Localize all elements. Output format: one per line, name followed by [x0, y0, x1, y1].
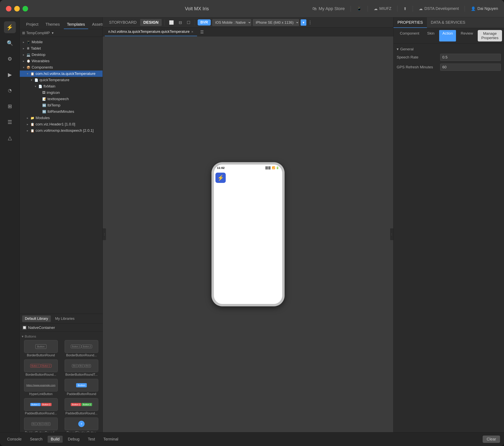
manage-properties-button[interactable]: Manage Properties	[478, 30, 502, 41]
device-select[interactable]: iPhone SE (640 x 1136)	[253, 19, 299, 26]
view-code-button[interactable]: ☐	[185, 19, 192, 26]
sidebar-item-settings[interactable]: ⚙	[4, 53, 16, 65]
sidebar-item-search[interactable]: 🔍	[4, 37, 16, 49]
sidebar-item-run[interactable]: ▶	[4, 69, 16, 81]
tree-item-flx-main[interactable]: ▾ 📄 flxMain	[20, 83, 103, 89]
tree-item-desktop[interactable]: ▸ 💻 Desktop	[20, 51, 103, 58]
tree-item-quick-temp[interactable]: ▾ 📄 quickTemperature	[20, 77, 103, 83]
tree-item-tts[interactable]: 📝 texttospeech	[20, 96, 103, 102]
tab-component[interactable]: Component	[397, 30, 422, 41]
tablet-icon-button[interactable]: 📱	[357, 6, 362, 11]
tab-properties[interactable]: PROPERTIES	[394, 17, 427, 28]
components-icon: ⊞	[8, 103, 12, 109]
list-item[interactable]: Btn1 Btn2 Btn3 BorderButtonRoundT...	[62, 360, 101, 377]
tree-item-wearables[interactable]: ▸ ⌚ Wearables	[20, 58, 103, 64]
device-dropdown-button[interactable]: ▾	[301, 19, 306, 26]
component-preview: Button 1 Button 2	[65, 340, 98, 353]
platform-select[interactable]: iOS Mobile : Native	[212, 19, 251, 26]
mobile-icon: 📱	[26, 40, 30, 44]
bottom-tab-search[interactable]: Search	[27, 436, 45, 443]
bottom-tab-debug[interactable]: Debug	[65, 436, 83, 443]
view-split-button[interactable]: ⊟	[177, 19, 184, 26]
tab-action[interactable]: Action	[439, 30, 456, 41]
view-single-button[interactable]: ⬜	[167, 19, 176, 26]
tab-menu-button[interactable]: ☰	[199, 29, 205, 35]
sidebar-item-mountain[interactable]: △	[4, 132, 16, 144]
list-item[interactable]: Button 1 Button 2 BorderButtonRound...	[62, 340, 101, 357]
tab-templates[interactable]: Templates	[64, 20, 88, 29]
bottom-tab-console[interactable]: Console	[4, 436, 25, 443]
tree-item-components[interactable]: ▾ 📦 Components	[20, 64, 103, 70]
clear-button[interactable]: Clear	[483, 436, 500, 443]
list-item[interactable]: Button 1 Button 2 BorderButtonRound...	[22, 360, 60, 377]
miufz-button[interactable]: ☁ MIUFZ	[374, 6, 391, 11]
divider	[164, 19, 165, 25]
sidebar-item-metrics[interactable]: ◔	[4, 85, 16, 96]
preview-button: Btn2	[78, 364, 85, 368]
sidebar-item-logo[interactable]: ⚡	[4, 21, 16, 33]
list-item[interactable]: Button 1 Button 2 PaddedButtonRound...	[62, 398, 101, 415]
bottom-tab-terminal[interactable]: Terminal	[100, 436, 122, 443]
sidebar-item-list[interactable]: ☰	[4, 116, 16, 128]
tab-data-services[interactable]: DATA & SERVICES	[427, 17, 469, 28]
native-container-item[interactable]: 🔲 NativeContainer	[20, 324, 103, 332]
tree-item-tablet[interactable]: ▸ 🖥 Tablet	[20, 45, 103, 51]
tree-item-mobile[interactable]: ▸ 📱 Mobile	[20, 39, 103, 45]
tree-item-com-hcl[interactable]: ▾ 📋 com.hcl.voltmx.ta.quickTemperature	[20, 70, 103, 77]
tab-project[interactable]: Project	[23, 20, 41, 29]
sidebar-item-components[interactable]: ⊞	[4, 100, 16, 112]
dsta-button[interactable]: ☁ DSTA Development	[419, 6, 459, 11]
toggle-icon: ▸	[27, 129, 30, 132]
prop-component-tabs: Component Skin Action Review Manage Prop…	[394, 28, 504, 44]
user-menu[interactable]: 👤 Dai Nguyen	[471, 6, 498, 11]
tab-storyboard[interactable]: STORYBOARD	[106, 19, 140, 26]
preview-button: Btn1	[72, 364, 78, 368]
tab-design[interactable]: DESIGN	[140, 19, 162, 26]
tree-item-lbl-reset[interactable]: 🔤 lblResetMinutes	[20, 108, 103, 115]
minimize-button[interactable]	[14, 6, 20, 11]
buttons-section-title: ▾ Buttons	[22, 334, 101, 340]
tree-item-modules[interactable]: ▸ 📁 Modules	[20, 115, 103, 121]
more-options-button[interactable]: ⋮	[308, 20, 312, 25]
list-item[interactable]: https://www.example.com HyperLinkButton	[22, 379, 60, 396]
list-item[interactable]: Button 1 Button 2 PaddedButtonRound...	[22, 398, 60, 415]
general-section-header[interactable]: ▾ General	[397, 47, 501, 51]
prop-input-speech-rate[interactable]	[440, 54, 501, 61]
list-item[interactable]: Button BorderButtonRound	[22, 340, 60, 357]
list-item[interactable]: + RoundFloatingButton	[62, 418, 101, 432]
close-button[interactable]	[6, 6, 11, 11]
tab-themes[interactable]: Themes	[42, 20, 63, 29]
tab-review[interactable]: Review	[458, 30, 476, 41]
separator2	[368, 6, 368, 12]
right-collapse-handle[interactable]: ⋮	[390, 228, 393, 240]
library-tab-default[interactable]: Default Library	[22, 315, 51, 322]
tree-item-img-icon[interactable]: 🖼 imgIcon	[20, 89, 103, 96]
section-label: General	[400, 47, 414, 51]
file-tab-active[interactable]: n.hcl.voltmx.ta.quickTemperature.quickTe…	[105, 28, 197, 36]
upload-button[interactable]: ⬆	[403, 6, 407, 11]
bottom-tab-test[interactable]: Test	[85, 436, 98, 443]
bvr-button[interactable]: BVR	[198, 19, 211, 25]
tree-item-com-voltmxmp[interactable]: ▸ 📋 com.voltmxmp.texttospeech [2.0.1]	[20, 127, 103, 134]
tree-item-com-viz[interactable]: ▸ 📋 com.viz.Header1 [1.0.0]	[20, 121, 103, 127]
toolbar-tabs: STORYBOARD DESIGN	[106, 19, 162, 26]
label2-icon: 🔤	[42, 110, 46, 114]
app-store-button[interactable]: 🛍 My App Store	[312, 6, 345, 11]
list-item[interactable]: Btn1 Btn2 Btn3 PaddedButtonRound...	[22, 418, 60, 432]
prop-input-gps[interactable]	[440, 64, 501, 71]
preview-button: Btn2	[38, 422, 44, 426]
tree-view: ▸ 📱 Mobile ▸ 🖥 Tablet ▸ 💻 Desktop	[20, 37, 103, 314]
tab-skin[interactable]: Skin	[424, 30, 438, 41]
close-tab-icon[interactable]: ✕	[191, 30, 194, 33]
run-icon: ▶	[8, 72, 12, 78]
left-collapse-handle[interactable]: ⋮	[103, 228, 106, 240]
mountain-icon: △	[8, 135, 12, 141]
library-tab-my[interactable]: My Libraries	[52, 315, 77, 322]
component-preview: Button 1 Button 2	[24, 398, 58, 411]
dropdown-icon: ▾	[52, 31, 54, 35]
tree-item-lbl-temp[interactable]: 🔤 lblTemp	[20, 102, 103, 108]
fullscreen-button[interactable]	[22, 6, 28, 11]
bottom-tab-build[interactable]: Build	[48, 436, 63, 443]
list-item[interactable]: Button PaddedButtonRound	[62, 379, 101, 396]
component-label: BorderButtonRound	[27, 354, 55, 357]
